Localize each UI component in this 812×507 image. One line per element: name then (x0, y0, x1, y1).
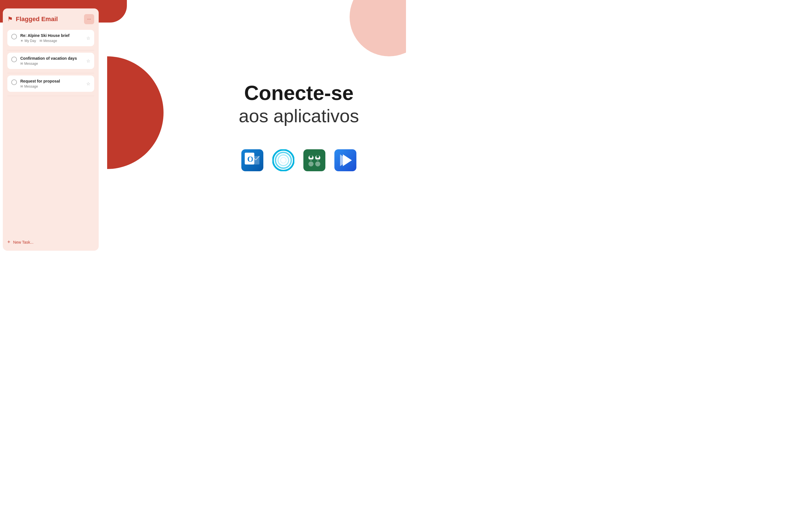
hero-line2: aos aplicativos (239, 105, 359, 126)
svg-point-10 (281, 158, 286, 163)
task-meta: ✉ Message (20, 62, 77, 66)
kaizala-app-icon[interactable] (303, 149, 326, 172)
task-meta-message1: ✉ Message (40, 39, 57, 43)
task-item[interactable]: Re: Alpine Ski House brief ☀ My Day ✉ Me… (7, 30, 94, 46)
kaizala-svg (303, 149, 325, 171)
task-meta-message2-label: Message (24, 62, 38, 66)
task-meta-message2: ✉ Message (20, 62, 38, 66)
task-item-left: Confirmation of vacation days ✉ Message (11, 56, 77, 66)
task-checkbox[interactable] (11, 79, 17, 85)
hero-text-container: Conecte-se aos aplicativos (239, 82, 359, 126)
sun-icon: ☀ (20, 39, 23, 43)
task-meta-message3-label: Message (24, 84, 38, 89)
task-meta: ✉ Message (20, 84, 60, 89)
task-content: Confirmation of vacation days ✉ Message (20, 56, 77, 66)
flag-icon: ⚑ (7, 15, 13, 23)
task-item[interactable]: Confirmation of vacation days ✉ Message … (7, 53, 94, 69)
star-icon[interactable]: ☆ (86, 81, 90, 87)
task-checkbox[interactable] (11, 34, 17, 40)
task-content: Re: Alpine Ski House brief ☀ My Day ✉ Me… (20, 33, 70, 43)
add-task-label: New Task... (13, 240, 34, 244)
task-title: Request for proposal (20, 79, 60, 83)
task-meta-myday-label: My Day (24, 39, 36, 43)
svg-rect-11 (303, 149, 325, 171)
hero-line1: Conecte-se (239, 82, 359, 104)
bg-half-circle-mid-shape (107, 56, 163, 169)
svg-point-17 (316, 155, 319, 158)
svg-point-15 (315, 161, 320, 166)
cortana-app-icon[interactable] (272, 149, 295, 172)
task-title: Confirmation of vacation days (20, 56, 77, 61)
task-meta-myday: ☀ My Day (20, 39, 36, 43)
power-automate-app-icon[interactable] (334, 149, 357, 172)
flagged-email-panel: ⚑ Flagged Email ··· Re: Alpine Ski House… (3, 8, 99, 251)
mail-icon: ✉ (20, 62, 23, 66)
mail-icon: ✉ (40, 39, 42, 43)
outlook-svg: O (241, 149, 263, 171)
panel-title: Flagged Email (16, 15, 58, 23)
task-meta-message1-label: Message (43, 39, 57, 43)
task-meta: ☀ My Day ✉ Message (20, 39, 70, 43)
task-item-left: Re: Alpine Ski House brief ☀ My Day ✉ Me… (11, 33, 70, 43)
right-panel: Conecte-se aos aplicativos O (192, 0, 406, 253)
task-item[interactable]: Request for proposal ✉ Message ☆ (7, 75, 94, 92)
task-title: Re: Alpine Ski House brief (20, 33, 70, 38)
panel-header: ⚑ Flagged Email ··· (7, 14, 94, 24)
star-icon[interactable]: ☆ (86, 36, 90, 41)
cortana-svg (272, 149, 294, 171)
task-content: Request for proposal ✉ Message (20, 79, 60, 89)
app-icons-row: O (241, 149, 357, 172)
panel-title-group: ⚑ Flagged Email (7, 15, 58, 23)
power-automate-svg (335, 149, 356, 171)
task-list: Re: Alpine Ski House brief ☀ My Day ✉ Me… (7, 30, 94, 98)
add-icon: + (7, 239, 10, 245)
add-task-button[interactable]: + New Task... (7, 239, 34, 245)
mail-icon: ✉ (20, 84, 23, 89)
svg-point-14 (308, 161, 313, 166)
task-checkbox[interactable] (11, 57, 17, 62)
task-meta-message3: ✉ Message (20, 84, 38, 89)
task-item-left: Request for proposal ✉ Message (11, 79, 60, 89)
outlook-app-icon[interactable]: O (241, 149, 264, 172)
svg-point-16 (310, 155, 312, 158)
star-icon[interactable]: ☆ (86, 58, 90, 64)
more-options-button[interactable]: ··· (84, 14, 94, 24)
